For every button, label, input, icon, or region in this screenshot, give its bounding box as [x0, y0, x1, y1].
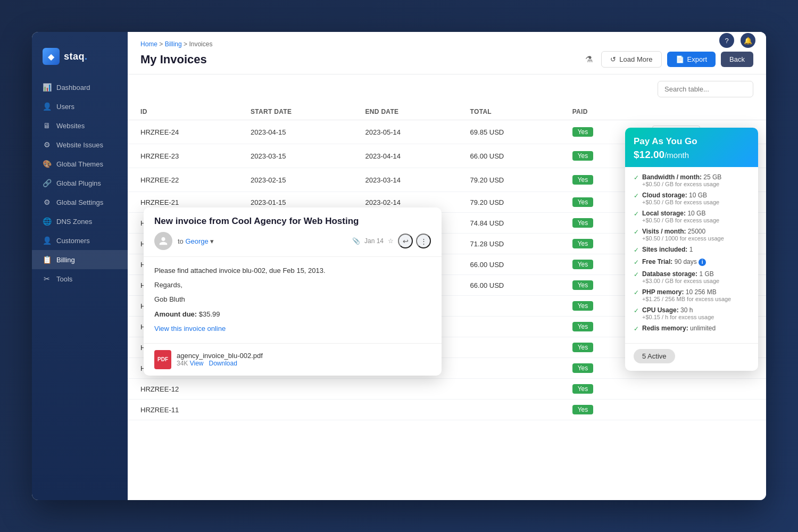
col-total: Total — [458, 104, 560, 120]
active-badge[interactable]: 5 Active — [634, 349, 675, 363]
attachment-view-link[interactable]: View — [190, 360, 204, 367]
notification-icon[interactable]: 🔔 — [741, 33, 755, 48]
cell-id: HRZREE-22 — [128, 168, 238, 192]
email-subject: New invoice from Cool Agency for Web Hos… — [154, 216, 431, 227]
breadcrumb-billing[interactable]: Billing — [165, 40, 182, 48]
cell-end-date: 2023-04-14 — [353, 144, 458, 168]
cell-id: HRZREE-24 — [128, 120, 238, 144]
dns-zones-icon: 🌐 — [43, 217, 51, 226]
email-sender-name: Gob Bluth — [154, 294, 431, 305]
feature-value: 30 h — [680, 306, 693, 314]
check-icon: ✓ — [634, 228, 639, 236]
breadcrumb-home[interactable]: Home — [140, 40, 157, 48]
export-icon: 📄 — [676, 55, 684, 63]
search-input[interactable] — [658, 81, 753, 97]
feature-name: Bandwidth / month: — [642, 173, 702, 181]
customers-icon: 👤 — [43, 236, 51, 245]
export-button[interactable]: 📄 Export — [667, 52, 716, 67]
sidebar-item-users[interactable]: 👤 Users — [32, 97, 128, 116]
sidebar-item-tools[interactable]: ✂ Tools — [32, 269, 128, 288]
sidebar-item-websites[interactable]: 🖥 Websites — [32, 116, 128, 135]
websites-icon: 🖥 — [43, 121, 51, 130]
sidebar-item-global-plugins[interactable]: 🔗 Global Plugins — [32, 173, 128, 193]
pdf-icon: PDF — [154, 350, 171, 369]
filter-button[interactable]: ⚗ — [582, 51, 596, 68]
email-regards: Regards, — [154, 280, 431, 291]
email-date-area: 📎 Jan 14 ☆ ↩ ⋮ — [352, 234, 431, 248]
logo-area: ◆ staq. — [32, 43, 128, 78]
logo-icon: ◆ — [43, 48, 60, 65]
sidebar-item-label: Dashboard — [56, 84, 90, 92]
cell-total: 66.00 USD — [458, 275, 560, 296]
page-title: My Invoices — [140, 53, 207, 66]
attachment-indicator: 📎 — [352, 237, 360, 245]
email-header: New invoice from Cool Agency for Web Hos… — [144, 207, 442, 257]
cell-total: 66.00 USD — [458, 254, 560, 275]
view-invoice-link[interactable]: View this invoice online — [154, 325, 226, 332]
sidebar-item-global-settings[interactable]: ⚙ Global Settings — [32, 193, 128, 212]
content-header: Home > Billing > Invoices My Invoices ⚗ … — [128, 32, 766, 74]
check-icon: ✓ — [634, 289, 639, 296]
cell-download[interactable] — [639, 400, 766, 420]
info-icon[interactable]: i — [699, 259, 706, 266]
breadcrumb-invoices: Invoices — [189, 40, 212, 48]
feature-value: unlimited — [690, 325, 716, 332]
email-to: to George ▾ — [178, 237, 214, 245]
cell-start-date: 2023-03-15 — [238, 144, 353, 168]
sidebar-item-label: Users — [56, 103, 74, 111]
feature-note: +$0.50 / GB for excess usage — [642, 181, 721, 187]
table-row: HRZREE-12 Yes — [128, 379, 766, 400]
check-icon: ✓ — [634, 210, 639, 218]
plan-feature-item: ✓ Free Trial: 90 days i — [634, 258, 750, 266]
global-settings-icon: ⚙ — [43, 198, 51, 206]
cell-total: 71.28 USD — [458, 234, 560, 254]
cell-end-date — [353, 379, 458, 400]
billing-icon: 📋 — [43, 255, 51, 264]
global-themes-icon: 🎨 — [43, 160, 51, 168]
sidebar-item-dashboard[interactable]: 📊 Dashboard — [32, 78, 128, 97]
check-icon: ✓ — [634, 246, 639, 254]
col-end-date: End Date — [353, 104, 458, 120]
sidebar-item-billing[interactable]: 📋 Billing — [32, 250, 128, 269]
back-button[interactable]: Back — [721, 52, 753, 67]
cell-end-date: 2023-05-14 — [353, 120, 458, 144]
feature-note: +$0.50 / GB for excess usage — [642, 199, 719, 205]
check-icon: ✓ — [634, 192, 639, 200]
attachment-info: agency_invoice_blu-002.pdf 34K View Down… — [177, 352, 431, 367]
sidebar-item-website-issues[interactable]: ⚙ Website Issues — [32, 135, 128, 154]
star-icon[interactable]: ☆ — [388, 237, 394, 245]
sidebar: ◆ staq. 📊 Dashboard 👤 Users 🖥 Websites ⚙… — [32, 32, 128, 500]
plan-features: ✓ Bandwidth / month: 25 GB +$0.50 / GB f… — [625, 167, 758, 343]
users-icon: 👤 — [43, 102, 51, 111]
feature-value: 1 — [689, 246, 693, 253]
website-issues-icon: ⚙ — [43, 140, 51, 149]
sidebar-item-global-themes[interactable]: 🎨 Global Themes — [32, 154, 128, 173]
feature-name: Free Trial: — [642, 258, 672, 265]
feature-name: Visits / month: — [642, 228, 686, 235]
cell-total: 79.20 USD — [458, 192, 560, 213]
load-more-button[interactable]: ↺ Load More — [601, 51, 661, 68]
attachment-download-link[interactable]: Download — [209, 360, 237, 367]
feature-name: Database storage: — [642, 270, 697, 278]
export-label: Export — [687, 55, 708, 63]
feature-name: Local storage: — [642, 210, 686, 217]
sidebar-item-customers[interactable]: 👤 Customers — [32, 231, 128, 250]
feature-note: +$0.15 / h for excess usage — [642, 314, 714, 320]
reply-button[interactable]: ↩ — [398, 234, 413, 248]
plan-feature-item: ✓ Cloud storage: 10 GB +$0.50 / GB for e… — [634, 192, 750, 205]
header-actions: ⚗ ↺ Load More 📄 Export Back — [582, 51, 753, 68]
cell-total — [458, 379, 560, 400]
cell-total — [458, 337, 560, 358]
more-options-button[interactable]: ⋮ — [416, 234, 431, 248]
check-icon: ✓ — [634, 325, 639, 332]
feature-note: +$0.50 / GB for excess usage — [642, 217, 719, 223]
sidebar-item-dns-zones[interactable]: 🌐 DNS Zones — [32, 212, 128, 231]
attachment-name: agency_invoice_blu-002.pdf — [177, 352, 431, 360]
table-row: HRZREE-11 Yes — [128, 400, 766, 420]
cell-download[interactable] — [639, 379, 766, 400]
table-toolbar — [128, 74, 766, 104]
breadcrumb: Home > Billing > Invoices — [140, 40, 753, 48]
cell-paid: Yes — [560, 379, 640, 400]
email-body-line1: Please find attached invoice blu-002, du… — [154, 265, 431, 277]
help-icon[interactable]: ? — [719, 33, 734, 48]
